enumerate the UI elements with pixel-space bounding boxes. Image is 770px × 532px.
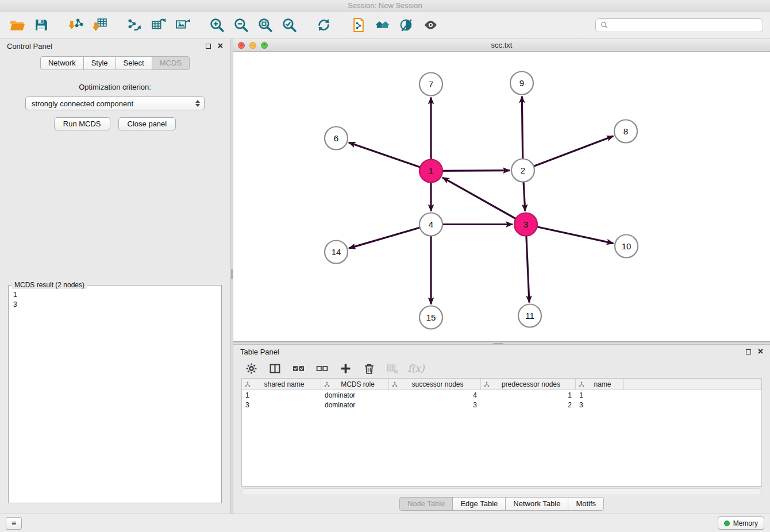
node-11[interactable]: 11 xyxy=(518,304,541,327)
zoom-in-icon[interactable] xyxy=(207,16,226,35)
apply-layout-icon[interactable] xyxy=(314,16,333,35)
destroy-table-icon[interactable] xyxy=(385,361,400,376)
search-input[interactable] xyxy=(611,21,758,29)
column-header-shared-name[interactable]: shared name xyxy=(242,379,321,390)
tab-style[interactable]: Style xyxy=(83,56,116,70)
column-label: shared name xyxy=(251,380,318,388)
status-bar: ≡ Memory xyxy=(0,514,770,532)
node-2[interactable]: 2 xyxy=(511,159,534,182)
column-type-icon xyxy=(245,381,251,387)
node-7[interactable]: 7 xyxy=(419,73,442,96)
table-tabs: Node TableEdge TableNetwork TableMotifs xyxy=(233,496,770,514)
edge-4-14[interactable] xyxy=(349,225,431,249)
menu-icon: ≡ xyxy=(11,519,16,528)
cell-name: 1 xyxy=(576,391,624,399)
node-label: 9 xyxy=(519,78,524,88)
node-10[interactable]: 10 xyxy=(615,235,638,258)
table-panel-float-button[interactable] xyxy=(746,349,751,354)
network-document-icon[interactable] xyxy=(348,16,368,35)
node-6[interactable]: 6 xyxy=(325,127,348,150)
node-label: 1 xyxy=(429,166,433,176)
tab-mcds[interactable]: MCDS xyxy=(152,56,190,70)
zoom-out-icon[interactable] xyxy=(231,16,251,35)
node-label: 14 xyxy=(332,247,341,257)
run-mcds-button[interactable]: Run MCDS xyxy=(54,117,110,130)
import-table-file-icon[interactable] xyxy=(90,16,109,35)
vertical-splitter[interactable] xyxy=(230,39,233,514)
edge-3-10[interactable] xyxy=(526,225,614,244)
export-network-icon[interactable] xyxy=(124,16,144,35)
memory-status-icon xyxy=(724,521,730,526)
delete-row-icon[interactable] xyxy=(361,361,376,376)
table-panel-close-button[interactable]: × xyxy=(758,348,763,355)
task-history-button[interactable]: ≡ xyxy=(6,517,22,530)
table-row[interactable]: 3dominator323 xyxy=(242,400,761,410)
table-rows: 1dominator4113dominator323 xyxy=(242,390,761,410)
toolbar-group xyxy=(7,16,51,35)
zoom-fit-icon[interactable] xyxy=(255,16,275,35)
deselect-all-icon[interactable] xyxy=(314,361,329,376)
table-tab-edge-table[interactable]: Edge Table xyxy=(452,497,506,511)
neighborhood-icon[interactable] xyxy=(372,16,392,35)
table-tab-motifs[interactable]: Motifs xyxy=(568,497,604,511)
select-all-icon[interactable] xyxy=(291,361,306,376)
import-network-file-icon[interactable] xyxy=(66,16,85,35)
column-header-name[interactable]: name xyxy=(576,379,624,390)
node-1[interactable]: 1 xyxy=(419,160,442,183)
table-toolbar: f(x) xyxy=(233,358,770,378)
save-session-icon[interactable] xyxy=(31,16,51,35)
show-columns-icon[interactable] xyxy=(267,361,282,376)
node-14[interactable]: 14 xyxy=(325,241,348,264)
cell-mcds-role: dominator xyxy=(321,391,389,399)
toolbar-group xyxy=(348,16,440,35)
control-panel-close-button[interactable]: × xyxy=(218,43,223,49)
window-minimize-button[interactable]: – xyxy=(249,42,256,49)
tab-network[interactable]: Network xyxy=(40,56,84,70)
memory-button[interactable]: Memory xyxy=(718,516,764,530)
add-row-icon[interactable] xyxy=(338,361,353,376)
horizontal-splitter[interactable] xyxy=(233,342,770,345)
close-panel-button[interactable]: Close panel xyxy=(118,117,176,130)
export-table-icon[interactable] xyxy=(148,16,168,35)
table-panel: Table Panel × f(x) shared nameMCDS roles… xyxy=(233,345,770,514)
node-3[interactable]: 3 xyxy=(514,213,537,236)
node-9[interactable]: 9 xyxy=(510,72,533,95)
zoom-selected-icon[interactable] xyxy=(279,16,299,35)
edge-1-6[interactable] xyxy=(349,142,431,171)
control-panel-title: Control Panel xyxy=(7,42,52,51)
optimization-criterion-select[interactable]: strongly connected component xyxy=(25,97,205,110)
search-box[interactable] xyxy=(595,18,763,32)
search-icon xyxy=(600,21,608,29)
control-panel-tabs: NetworkStyleSelectMCDS xyxy=(0,53,230,74)
table-settings-icon[interactable] xyxy=(244,361,259,376)
table-horizontal-scrollbar[interactable] xyxy=(241,488,762,495)
export-image-icon[interactable] xyxy=(172,16,192,35)
node-8[interactable]: 8 xyxy=(614,120,637,143)
node-label: 2 xyxy=(521,165,525,175)
control-panel-float-button[interactable] xyxy=(206,44,211,49)
open-session-icon[interactable] xyxy=(7,16,26,35)
dropdown-arrows-icon xyxy=(195,100,200,107)
window-zoom-button[interactable]: + xyxy=(261,42,268,49)
show-details-icon[interactable] xyxy=(396,16,416,35)
window-close-button[interactable]: × xyxy=(238,42,245,49)
column-header-successor-nodes[interactable]: successor nodes xyxy=(389,379,481,390)
edge-2-8[interactable] xyxy=(523,136,614,171)
table-row[interactable]: 1dominator411 xyxy=(242,390,761,400)
edge-3-1[interactable] xyxy=(442,178,526,225)
column-header-predecessor-nodes[interactable]: predecessor nodes xyxy=(481,379,576,390)
column-header-mcds-role[interactable]: MCDS role xyxy=(321,379,389,390)
node-15[interactable]: 15 xyxy=(419,306,442,329)
tab-select[interactable]: Select xyxy=(116,56,152,70)
node-4[interactable]: 4 xyxy=(419,213,442,236)
hide-details-icon[interactable] xyxy=(421,16,440,35)
table-panel-header: Table Panel × xyxy=(233,345,770,358)
function-builder-icon[interactable]: f(x) xyxy=(409,361,424,376)
table-tab-network-table[interactable]: Network Table xyxy=(505,497,568,511)
table-tab-node-table[interactable]: Node Table xyxy=(399,497,453,511)
control-panel: Control Panel × NetworkStyleSelectMCDS O… xyxy=(0,39,230,514)
node-label: 4 xyxy=(429,219,433,229)
cell-successor-nodes: 4 xyxy=(389,391,481,399)
window-title: Session: New Session xyxy=(348,1,422,10)
network-canvas[interactable]: 7968124314101511 xyxy=(233,52,770,341)
